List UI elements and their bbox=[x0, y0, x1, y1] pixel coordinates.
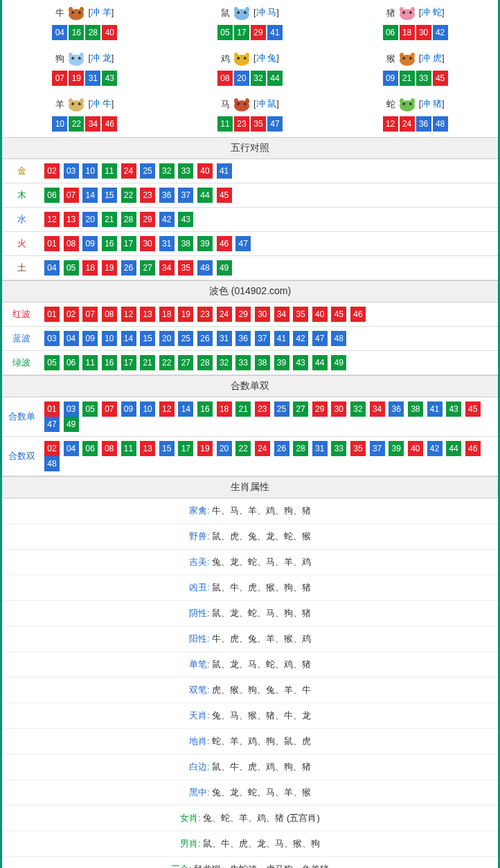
number-chip: 32 bbox=[217, 355, 232, 370]
number-chip: 25 bbox=[140, 163, 155, 179]
row-nums: 12 13 20 21 28 29 42 43 bbox=[41, 208, 498, 232]
number-chip: 44 bbox=[267, 71, 283, 86]
svg-point-14 bbox=[411, 7, 415, 12]
number-chip: 31 bbox=[217, 331, 232, 346]
zodiac-clash: 冲 蛇 bbox=[421, 7, 442, 17]
number-chip: 10 bbox=[140, 401, 155, 417]
number-chip: 45 bbox=[331, 307, 346, 322]
zodiac-nums: 04162840 bbox=[2, 25, 168, 40]
number-chip: 12 bbox=[44, 212, 60, 227]
number-chip: 45 bbox=[217, 188, 232, 203]
wuxing-table: 金02 03 10 11 24 25 32 33 40 41木06 07 14 … bbox=[2, 159, 498, 280]
zodiac-name: 狗 bbox=[55, 53, 64, 65]
svg-point-39 bbox=[245, 98, 249, 104]
number-chip: 23 bbox=[234, 116, 249, 132]
zodiac-name: 牛 bbox=[55, 7, 64, 19]
number-chip: 32 bbox=[251, 71, 266, 86]
number-chip: 26 bbox=[121, 260, 136, 275]
svg-point-44 bbox=[411, 98, 415, 104]
zodiac-cell: 羊[冲 牛]10223446 bbox=[2, 91, 168, 137]
number-chip: 23 bbox=[140, 188, 155, 203]
rooster-icon bbox=[230, 50, 253, 68]
zodiac-clash: 冲 牛 bbox=[91, 98, 111, 109]
number-chip: 13 bbox=[140, 307, 155, 322]
table-row: 红波01 02 07 08 12 13 18 19 23 24 29 30 34… bbox=[2, 302, 498, 327]
number-chip: 03 bbox=[44, 331, 60, 346]
row-label: 蓝波 bbox=[2, 327, 41, 351]
number-chip: 11 bbox=[217, 116, 233, 132]
attr-label: 凶丑: bbox=[189, 582, 210, 593]
svg-point-18 bbox=[69, 53, 73, 58]
number-chip: 47 bbox=[312, 331, 328, 346]
attr-label: 天肖: bbox=[189, 710, 210, 721]
number-chip: 49 bbox=[64, 417, 79, 432]
svg-point-3 bbox=[69, 7, 73, 12]
table-row: 水12 13 20 21 28 29 42 43 bbox=[2, 208, 498, 232]
svg-point-23 bbox=[234, 53, 238, 58]
number-chip: 46 bbox=[102, 116, 117, 132]
number-chip: 29 bbox=[140, 212, 155, 227]
table-row: 火01 08 09 16 17 30 31 38 39 46 47 bbox=[2, 232, 498, 256]
zodiac-clash: 冲 鼠 bbox=[256, 98, 277, 109]
attr-row: 阴性: 鼠、龙、蛇、马、狗、猪 bbox=[2, 601, 498, 626]
number-chip: 24 bbox=[121, 163, 136, 179]
number-chip: 33 bbox=[178, 163, 193, 179]
number-chip: 08 bbox=[64, 236, 79, 251]
svg-point-9 bbox=[245, 7, 249, 12]
number-chip: 27 bbox=[178, 355, 193, 370]
number-chip: 36 bbox=[159, 188, 175, 203]
zodiac-nums: 08203244 bbox=[168, 71, 333, 86]
number-chip: 34 bbox=[274, 307, 289, 322]
attr-value: 鼠、虎、兔、龙、蛇、猴 bbox=[212, 531, 311, 541]
number-chip: 01 bbox=[44, 236, 60, 251]
number-chip: 08 bbox=[217, 71, 233, 86]
svg-point-8 bbox=[234, 7, 238, 12]
number-chip: 13 bbox=[140, 441, 155, 456]
number-chip: 07 bbox=[52, 71, 67, 86]
number-chip: 28 bbox=[121, 212, 136, 227]
number-chip: 23 bbox=[255, 401, 270, 417]
number-chip: 44 bbox=[446, 441, 461, 456]
attrs-list: 家禽: 牛、马、羊、鸡、狗、猪野兽: 鼠、虎、兔、龙、蛇、猴吉美: 兔、龙、蛇、… bbox=[2, 498, 498, 868]
number-chip: 18 bbox=[159, 307, 175, 322]
number-chip: 36 bbox=[235, 331, 251, 346]
number-chip: 23 bbox=[197, 307, 213, 322]
attr-label: 白边: bbox=[189, 761, 210, 772]
zodiac-nums: 10223446 bbox=[2, 116, 168, 132]
number-chip: 20 bbox=[159, 331, 175, 346]
row-label: 金 bbox=[2, 159, 41, 183]
rat-icon bbox=[230, 4, 253, 22]
zodiac-clash: 冲 虎 bbox=[421, 53, 442, 63]
attr-row: 吉美: 兔、龙、蛇、马、羊、鸡 bbox=[2, 550, 498, 575]
number-chip: 34 bbox=[85, 116, 100, 132]
number-chip: 22 bbox=[121, 188, 136, 203]
attr-row: 阳性: 牛、虎、兔、羊、猴、鸡 bbox=[2, 626, 498, 652]
number-chip: 01 bbox=[44, 307, 60, 322]
number-chip: 01 bbox=[44, 401, 60, 417]
number-chip: 14 bbox=[121, 331, 136, 346]
number-chip: 09 bbox=[82, 236, 98, 251]
number-chip: 33 bbox=[235, 355, 251, 370]
attr-row: 天肖: 兔、马、猴、猪、牛、龙 bbox=[2, 703, 498, 729]
number-chip: 06 bbox=[64, 355, 79, 370]
attr-value: 鼠、牛、虎、龙、马、猴、狗 bbox=[203, 838, 320, 849]
number-chip: 36 bbox=[416, 116, 431, 132]
zodiac-nums: 11233547 bbox=[168, 116, 333, 132]
attr-value: 兔、龙、蛇、马、羊、猴 bbox=[212, 787, 311, 797]
attr-label: 男肖: bbox=[180, 838, 201, 849]
dog-icon bbox=[64, 50, 88, 68]
attr-row: 地肖: 蛇、羊、鸡、狗、鼠、虎 bbox=[2, 729, 498, 754]
number-chip: 19 bbox=[178, 307, 193, 322]
number-chip: 12 bbox=[383, 116, 398, 132]
number-chip: 43 bbox=[102, 71, 117, 86]
zodiac-cell: 猪[冲 蛇]06183042 bbox=[332, 0, 498, 46]
table-row: 绿波05 06 11 16 17 21 22 27 28 32 33 38 39… bbox=[2, 351, 498, 375]
zodiac-nums: 07193143 bbox=[2, 71, 168, 86]
number-chip: 32 bbox=[350, 401, 366, 417]
zodiac-nums: 09213345 bbox=[332, 71, 498, 86]
monkey-icon bbox=[395, 50, 419, 68]
zodiac-name: 马 bbox=[221, 98, 230, 111]
svg-point-24 bbox=[245, 53, 249, 58]
zodiac-name: 蛇 bbox=[386, 98, 395, 111]
attr-value: 鼠、牛、虎、猴、狗、猪 bbox=[212, 582, 311, 593]
